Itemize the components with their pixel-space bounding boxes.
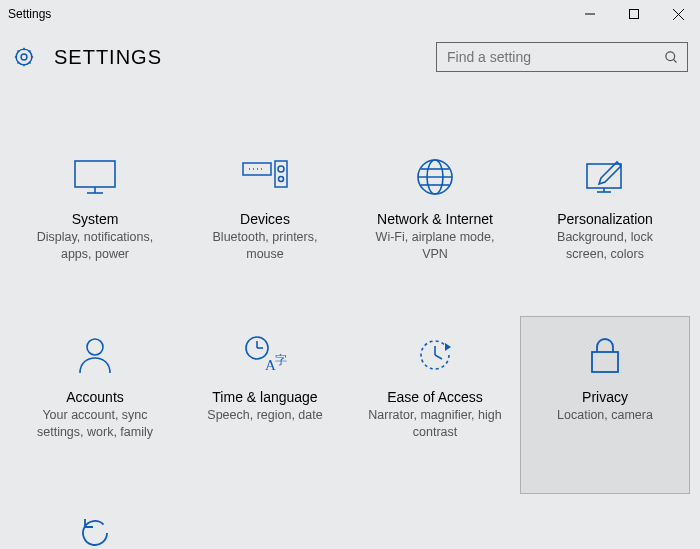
close-icon	[673, 9, 684, 20]
tile-network[interactable]: Network & Internet Wi-Fi, airplane mode,…	[350, 138, 520, 316]
privacy-icon	[588, 329, 622, 381]
svg-rect-33	[592, 352, 618, 372]
tile-title: Personalization	[557, 211, 653, 227]
svg-point-6	[666, 51, 675, 60]
settings-grid: System Display, notifications, apps, pow…	[0, 78, 700, 549]
svg-line-32	[435, 355, 442, 359]
minimize-button[interactable]	[568, 0, 612, 28]
gear-icon	[12, 45, 36, 69]
window-title: Settings	[8, 7, 51, 21]
tile-update[interactable]: Update & security	[10, 494, 180, 549]
tile-title: System	[72, 211, 119, 227]
time-icon: A 字	[243, 329, 287, 381]
tile-desc: Background, lock screen, colors	[529, 229, 681, 263]
page-title: SETTINGS	[54, 46, 162, 69]
svg-point-14	[278, 166, 284, 172]
tile-title: Ease of Access	[387, 389, 483, 405]
svg-rect-8	[75, 161, 115, 187]
tile-title: Network & Internet	[377, 211, 493, 227]
update-icon	[75, 507, 115, 549]
devices-icon	[241, 151, 289, 203]
svg-marker-30	[445, 343, 451, 351]
search-icon	[664, 50, 679, 65]
svg-point-5	[16, 49, 32, 65]
tile-devices[interactable]: Devices Bluetooth, printers, mouse	[180, 138, 350, 316]
accounts-icon	[76, 329, 114, 381]
minimize-icon	[585, 9, 595, 19]
tile-desc: Location, camera	[551, 407, 659, 424]
svg-point-24	[87, 339, 103, 355]
search-box[interactable]	[436, 42, 688, 72]
tile-system[interactable]: System Display, notifications, apps, pow…	[10, 138, 180, 316]
network-icon	[415, 151, 455, 203]
titlebar: Settings	[0, 0, 700, 28]
tile-desc: Narrator, magnifier, high contrast	[359, 407, 511, 441]
personalization-icon	[583, 151, 627, 203]
svg-text:字: 字	[275, 353, 287, 367]
tile-desc: Bluetooth, printers, mouse	[189, 229, 341, 263]
svg-point-15	[279, 177, 284, 182]
search-input[interactable]	[445, 48, 664, 66]
svg-line-7	[673, 59, 676, 62]
tile-desc: Wi-Fi, airplane mode, VPN	[359, 229, 511, 263]
tile-desc: Display, notifications, apps, power	[19, 229, 171, 263]
window-controls	[568, 0, 700, 28]
tile-desc: Your account, sync settings, work, famil…	[19, 407, 171, 441]
close-button[interactable]	[656, 0, 700, 28]
maximize-icon	[629, 9, 639, 19]
maximize-button[interactable]	[612, 0, 656, 28]
tile-privacy[interactable]: Privacy Location, camera	[520, 316, 690, 494]
tile-personalization[interactable]: Personalization Background, lock screen,…	[520, 138, 690, 316]
svg-rect-1	[630, 10, 639, 19]
tile-title: Accounts	[66, 389, 124, 405]
tile-title: Time & language	[212, 389, 317, 405]
ease-icon	[415, 329, 455, 381]
header: SETTINGS	[0, 28, 700, 78]
tile-ease[interactable]: Ease of Access Narrator, magnifier, high…	[350, 316, 520, 494]
tile-title: Privacy	[582, 389, 628, 405]
tile-accounts[interactable]: Accounts Your account, sync settings, wo…	[10, 316, 180, 494]
tile-desc: Speech, region, date	[201, 407, 328, 424]
tile-title: Devices	[240, 211, 290, 227]
tile-time[interactable]: A 字 Time & language Speech, region, date	[180, 316, 350, 494]
svg-point-4	[21, 54, 27, 60]
svg-rect-13	[275, 161, 287, 187]
system-icon	[73, 151, 117, 203]
